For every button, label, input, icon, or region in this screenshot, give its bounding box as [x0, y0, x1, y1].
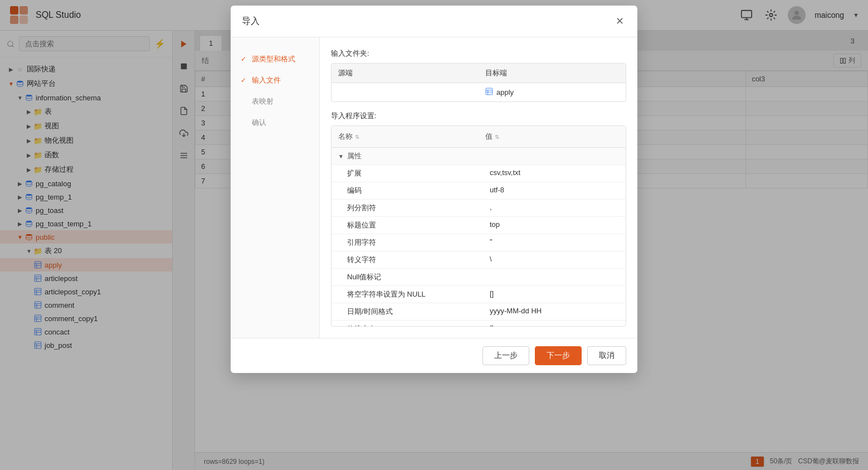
settings-name-cell: 将空字符串设置为 NULL [331, 286, 483, 303]
step-check-icon [240, 98, 247, 105]
target-table-name: apply [496, 88, 514, 96]
target-cell: apply [479, 83, 626, 101]
settings-val-cell[interactable]: utf-8 [483, 182, 626, 199]
settings-name-cell: 修建空白 [331, 321, 483, 326]
sort-icon-name: ⇅ [355, 134, 359, 140]
step-check-icon: ✓ [240, 76, 247, 84]
svg-rect-54 [486, 88, 492, 95]
source-col-header: 源端 [331, 64, 479, 83]
settings-val-cell[interactable]: " [483, 234, 626, 251]
settings-val-cell[interactable] [483, 269, 626, 285]
settings-name-cell: 转义字符 [331, 251, 483, 268]
group-properties-header[interactable]: ▼ 属性 [331, 148, 626, 164]
input-folder-label: 输入文件夹: [331, 49, 626, 59]
target-col-header: 目标端 [479, 64, 626, 83]
settings-val-cell[interactable]: [] [483, 321, 626, 326]
settings-val-cell[interactable]: , [483, 200, 626, 216]
settings-name-cell: 扩展 [331, 165, 483, 182]
settings-val-col: 值 ⇅ [479, 129, 626, 144]
step-label: 表映射 [252, 96, 274, 106]
step-source-type[interactable]: ✓ 源类型和格式 [231, 49, 319, 70]
dialog-overlay: 导入 ✕ ✓ 源类型和格式 ✓ 输入文件 表映射 [0, 0, 868, 470]
source-cell [331, 83, 479, 101]
import-dialog: 导入 ✕ ✓ 源类型和格式 ✓ 输入文件 表映射 [231, 6, 637, 373]
settings-name-cell: Null值标记 [331, 269, 483, 285]
next-button[interactable]: 下一步 [535, 346, 582, 365]
sort-icon-val: ⇅ [495, 134, 499, 140]
step-input-file[interactable]: ✓ 输入文件 [231, 70, 319, 91]
step-label: 输入文件 [252, 75, 281, 85]
settings-name-cell: 列分割符 [331, 200, 483, 216]
settings-val-cell[interactable]: yyyy-MM-dd HH [483, 303, 626, 320]
importer-settings-label: 导入程序设置: [331, 111, 626, 121]
settings-name-col: 名称 ⇅ [331, 129, 479, 144]
step-table-mapping[interactable]: 表映射 [231, 91, 319, 112]
settings-val-cell[interactable]: [] [483, 286, 626, 303]
step-label: 确认 [252, 118, 266, 128]
step-confirm[interactable]: 确认 [231, 112, 319, 133]
prev-button[interactable]: 上一步 [482, 346, 529, 365]
settings-val-cell[interactable]: csv,tsv,txt [483, 165, 626, 182]
settings-name-cell: 标题位置 [331, 217, 483, 234]
settings-name-cell: 日期/时间格式 [331, 303, 483, 320]
close-button[interactable]: ✕ [613, 14, 626, 28]
collapse-icon: ▼ [338, 153, 344, 159]
group-label: 属性 [347, 151, 362, 161]
step-label: 源类型和格式 [252, 54, 295, 64]
settings-name-cell: 编码 [331, 182, 483, 199]
settings-name-cell: 引用字符 [331, 234, 483, 251]
settings-val-cell[interactable]: top [483, 217, 626, 234]
cancel-button[interactable]: 取消 [587, 346, 626, 365]
step-check-icon: ✓ [240, 55, 247, 63]
settings-val-cell[interactable]: \ [483, 251, 626, 268]
dialog-title: 导入 [242, 16, 260, 27]
step-check-icon [240, 119, 247, 127]
